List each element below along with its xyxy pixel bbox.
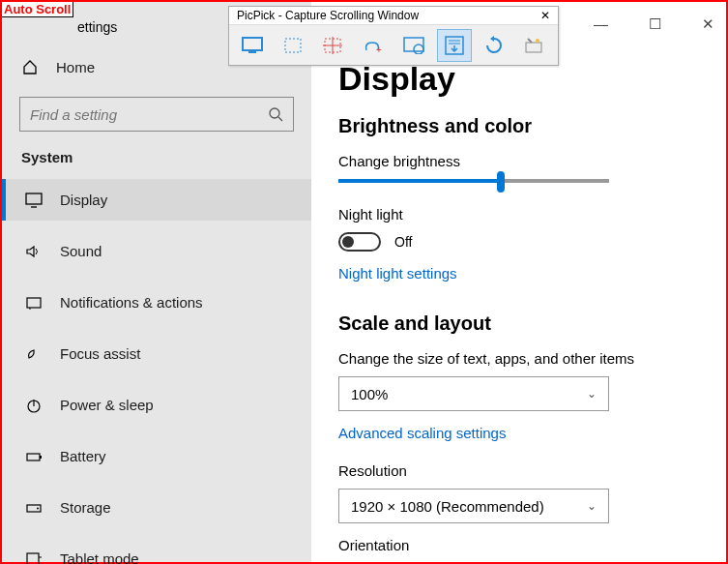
sidebar-item-label: Notifications & actions <box>60 294 203 311</box>
slider-fill <box>338 179 501 183</box>
nightlight-state: Off <box>394 234 412 250</box>
svg-rect-0 <box>243 38 262 50</box>
sidebar-item-focus-assist[interactable]: Focus assist <box>2 333 311 374</box>
nightlight-toggle[interactable] <box>338 232 381 252</box>
scale-dropdown[interactable]: 100% ⌄ <box>338 376 609 411</box>
picpick-title: PicPick - Capture Scrolling Window <box>237 9 419 22</box>
svg-rect-25 <box>27 553 39 565</box>
capture-window-icon[interactable] <box>396 29 431 62</box>
svg-point-8 <box>414 45 423 54</box>
svg-line-15 <box>278 117 282 121</box>
picpick-close-button[interactable]: ✕ <box>540 9 550 22</box>
capture-region-icon[interactable] <box>276 29 310 62</box>
display-icon <box>25 193 43 208</box>
svg-rect-12 <box>526 43 541 52</box>
maximize-button[interactable]: ☐ <box>649 15 661 33</box>
sidebar-item-label: Battery <box>60 448 106 464</box>
sidebar-item-label: Display <box>60 192 107 208</box>
capture-freehand-icon[interactable]: + <box>356 29 391 62</box>
resolution-value: 1920 × 1080 (Recommended) <box>351 498 544 515</box>
picpick-toolbar-window[interactable]: PicPick - Capture Scrolling Window ✕ + <box>228 6 559 66</box>
toggle-knob <box>342 236 354 248</box>
advanced-scaling-link[interactable]: Advanced scaling settings <box>338 425 506 441</box>
svg-rect-21 <box>27 454 40 460</box>
sidebar-item-label: Tablet mode <box>60 550 139 564</box>
svg-rect-22 <box>40 456 42 459</box>
resolution-label: Resolution <box>338 462 726 479</box>
scale-value: 100% <box>351 386 388 402</box>
main-panel: Display Brightness and color Change brig… <box>311 2 726 562</box>
tablet-icon <box>25 551 43 565</box>
sidebar-item-tablet-mode[interactable]: Tablet mode <box>2 538 311 564</box>
sidebar-item-sound[interactable]: Sound <box>2 230 311 272</box>
color-picker-icon[interactable] <box>517 29 552 62</box>
sidebar-item-label: Power & sleep <box>60 397 154 413</box>
search-field[interactable] <box>30 106 246 123</box>
focus-icon <box>25 346 43 362</box>
brightness-slider[interactable] <box>338 179 609 183</box>
sidebar-item-label: Sound <box>60 243 102 259</box>
sound-icon <box>25 244 43 259</box>
section-brightness: Brightness and color <box>338 115 726 137</box>
sidebar-item-storage[interactable]: Storage <box>2 487 311 528</box>
capture-scrolling-window-icon[interactable] <box>437 29 472 62</box>
notifications-icon <box>25 295 43 311</box>
chevron-down-icon: ⌄ <box>587 387 597 401</box>
home-icon <box>21 58 39 75</box>
svg-point-13 <box>536 39 539 43</box>
capture-fixed-region-icon[interactable] <box>315 29 350 62</box>
nightlight-label: Night light <box>338 206 726 223</box>
repeat-capture-icon[interactable] <box>478 29 512 62</box>
power-icon <box>25 398 43 413</box>
window-title: ettings <box>77 19 117 35</box>
sidebar-item-display[interactable]: Display <box>2 179 311 221</box>
slider-thumb[interactable] <box>497 171 505 193</box>
sidebar: Home System Display Sound Notifications … <box>2 2 311 562</box>
svg-point-24 <box>37 507 39 509</box>
system-header: System <box>2 149 311 179</box>
close-button[interactable]: ✕ <box>702 15 714 33</box>
orientation-label: Orientation <box>338 537 726 553</box>
capture-fullscreen-icon[interactable] <box>235 29 270 62</box>
section-scale: Scale and layout <box>338 312 726 335</box>
svg-rect-18 <box>27 298 41 308</box>
sidebar-item-notifications[interactable]: Notifications & actions <box>2 282 311 323</box>
svg-rect-1 <box>248 51 256 53</box>
resolution-dropdown[interactable]: 1920 × 1080 (Recommended) ⌄ <box>338 489 609 523</box>
minimize-button[interactable]: — <box>594 15 608 33</box>
search-input[interactable] <box>19 97 294 132</box>
chevron-down-icon: ⌄ <box>587 499 597 513</box>
storage-icon <box>25 500 43 516</box>
sidebar-item-label: Storage <box>60 499 111 516</box>
nightlight-settings-link[interactable]: Night light settings <box>338 265 457 282</box>
svg-rect-2 <box>285 39 301 52</box>
brightness-label: Change brightness <box>338 153 726 169</box>
auto-scroll-badge: Auto Scroll <box>2 2 73 17</box>
svg-text:+: + <box>376 45 382 54</box>
sidebar-item-battery[interactable]: Battery <box>2 435 311 477</box>
svg-rect-16 <box>26 193 42 204</box>
search-icon <box>268 106 283 122</box>
sidebar-item-power[interactable]: Power & sleep <box>2 384 311 426</box>
battery-icon <box>25 449 43 464</box>
sidebar-item-label: Focus assist <box>60 345 140 362</box>
scale-label: Change the size of text, apps, and other… <box>338 350 726 367</box>
svg-point-14 <box>270 108 279 118</box>
home-label: Home <box>56 59 95 75</box>
